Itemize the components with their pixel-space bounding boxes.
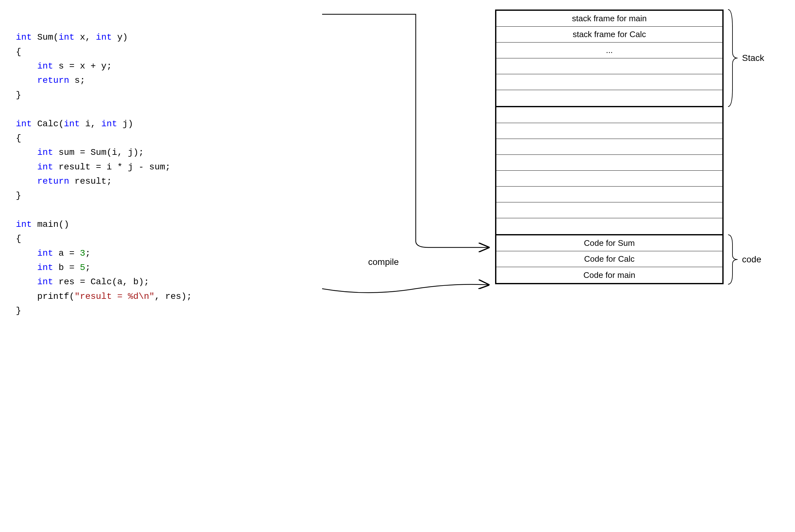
stmt: res = Calc(a, b);	[53, 277, 149, 287]
memory-row	[496, 58, 722, 74]
compile-arrow-top	[320, 13, 498, 289]
stmt: b =	[53, 263, 80, 272]
kw-int: int	[16, 277, 53, 287]
kw-return: return	[16, 176, 69, 186]
kw-int: int	[16, 263, 53, 272]
kw-int: int	[16, 119, 32, 129]
param: i,	[80, 119, 101, 129]
kw-int: int	[16, 148, 53, 157]
code-label: code	[742, 254, 761, 265]
stmt: sum = Sum(i, j);	[53, 148, 144, 157]
stack-segment: stack frame for mainstack frame for Calc…	[495, 10, 724, 107]
kw-int: int	[101, 119, 117, 129]
kw-return: return	[16, 76, 69, 86]
fn-name: Calc(	[32, 119, 64, 129]
stmt: printf(	[16, 291, 75, 301]
kw-int: int	[16, 61, 53, 71]
brace-close: }	[16, 191, 21, 201]
stmt: result;	[69, 176, 112, 186]
code-segment: Code for SumCode for CalcCode for main	[495, 234, 724, 284]
stmt: a =	[53, 248, 80, 258]
stmt: result = i * j - sum;	[53, 162, 171, 172]
memory-row	[496, 218, 722, 234]
fn-name: main()	[32, 220, 69, 229]
memory-row: ...	[496, 42, 722, 58]
memory-row: stack frame for main	[496, 11, 722, 27]
brace-open: {	[16, 234, 21, 244]
brace-open: {	[16, 47, 21, 57]
memory-row	[496, 74, 722, 90]
brace-close: }	[16, 90, 21, 100]
fn-name: Sum(	[32, 32, 58, 42]
memory-layout: stack frame for mainstack frame for Calc…	[495, 10, 724, 284]
memory-row: Code for Calc	[496, 251, 722, 267]
stmt: , res);	[154, 291, 192, 301]
stmt: s = x + y;	[53, 61, 112, 71]
memory-row	[496, 203, 722, 218]
kw-int: int	[16, 248, 53, 258]
brace-icon	[727, 9, 739, 107]
kw-int: int	[96, 32, 112, 42]
memory-row: Code for main	[496, 267, 722, 283]
code-brace: code	[727, 234, 761, 285]
param: x,	[75, 32, 96, 42]
stmt: s;	[69, 76, 85, 86]
memory-row: Code for Sum	[496, 235, 722, 251]
param: j)	[117, 119, 133, 129]
literal-num: 3	[80, 248, 85, 258]
kw-int: int	[58, 32, 74, 42]
literal-num: 5	[80, 263, 85, 272]
kw-int: int	[64, 119, 80, 129]
memory-row	[496, 90, 722, 106]
brace-open: {	[16, 133, 21, 143]
memory-row	[496, 123, 722, 139]
brace-icon	[727, 234, 739, 285]
stack-label: Stack	[742, 53, 764, 63]
brace-close: }	[16, 306, 21, 316]
memory-row: stack frame for Calc	[496, 27, 722, 42]
memory-row	[496, 171, 722, 187]
compile-arrow-bottom	[320, 279, 498, 298]
memory-row	[496, 139, 722, 155]
stack-brace: Stack	[727, 9, 764, 107]
memory-row	[496, 155, 722, 171]
stmt: ;	[85, 248, 90, 258]
kw-int: int	[16, 32, 32, 42]
kw-int: int	[16, 162, 53, 172]
memory-row	[496, 107, 722, 123]
memory-row	[496, 187, 722, 203]
compile-label: compile	[368, 257, 399, 267]
middle-segment	[495, 107, 724, 234]
literal-str: "result = %d\n"	[75, 291, 154, 301]
source-code: int Sum(int x, int y) { int s = x + y; r…	[16, 16, 192, 318]
stmt: ;	[85, 263, 90, 272]
param: y)	[112, 32, 128, 42]
kw-int: int	[16, 220, 32, 229]
